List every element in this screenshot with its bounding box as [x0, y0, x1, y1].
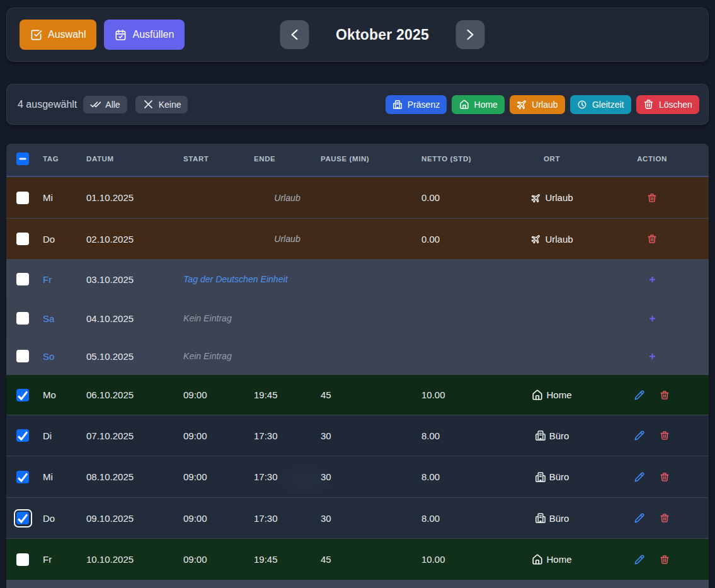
select-all-button[interactable]: Alle [83, 96, 127, 113]
start-cell: 09:00 [173, 430, 244, 441]
col-action: ACTION [595, 155, 709, 163]
start-cell: 09:00 [173, 471, 244, 482]
date-cell: 06.10.2025 [76, 389, 173, 400]
selection-bar: 4 ausgewählt Alle Keine PräsenzHomeUrlau… [6, 84, 709, 125]
delete-button[interactable] [660, 390, 670, 400]
edit-button[interactable] [634, 513, 644, 523]
row-checkbox[interactable] [16, 312, 29, 325]
clock-icon [577, 100, 587, 110]
trash-icon [660, 390, 670, 400]
gleitzeit-button[interactable]: Gleitzeit [570, 95, 631, 114]
row-checkbox[interactable] [16, 553, 29, 566]
trash-icon [647, 193, 657, 203]
house-icon [532, 554, 543, 565]
next-month-button[interactable] [456, 20, 485, 49]
date-cell: 03.10.2025 [76, 274, 173, 285]
edit-button[interactable] [634, 430, 644, 441]
select-none-label: Keine [159, 100, 181, 110]
date-cell: 02.10.2025 [76, 234, 173, 245]
check-icon [16, 389, 29, 401]
day-cell: Sa [33, 313, 76, 324]
home-button[interactable]: Home [452, 95, 505, 114]
pencil-icon [634, 513, 644, 523]
table-row: Fr10.10.202509:0019:454510.00Home [6, 538, 709, 580]
add-button[interactable] [648, 352, 656, 360]
x-icon [142, 98, 154, 110]
delete-button[interactable] [660, 430, 670, 441]
time-table-card: TAG DATUM START ENDE PAUSE (MIN) NETTO (… [6, 144, 709, 588]
row-checkbox-cell [6, 233, 33, 245]
loeschen-button[interactable]: Löschen [636, 95, 699, 114]
row-checkbox[interactable] [16, 471, 29, 483]
delete-button[interactable] [660, 555, 670, 565]
day-cell: Do [33, 234, 76, 245]
row-checkbox[interactable] [16, 192, 29, 204]
actions-cell [595, 555, 709, 565]
delete-button[interactable] [647, 234, 657, 244]
ort-cell: Büro [508, 512, 595, 524]
pencil-icon [634, 555, 644, 565]
col-ort: ORT [508, 155, 595, 163]
ende-cell: 17:30 [244, 513, 311, 524]
ende-cell: 19:45 [244, 554, 311, 565]
select-all-checkbox[interactable] [16, 153, 29, 165]
chevron-right-icon [462, 26, 479, 43]
delete-button[interactable] [647, 193, 657, 203]
month-title: Oktober 2025 [309, 26, 456, 43]
row-checkbox[interactable] [16, 233, 29, 245]
actions-cell [595, 430, 709, 441]
delete-button[interactable] [660, 513, 670, 523]
holiday-note: Tag der Deutschen Einheit [173, 274, 411, 284]
trash-icon [660, 555, 670, 565]
building-icon [392, 100, 403, 110]
edit-button[interactable] [634, 390, 644, 400]
table-row: Di07.10.202509:0017:30308.00Büro [6, 415, 709, 456]
urlaub-label: Urlaub [532, 100, 558, 110]
delete-button[interactable] [660, 472, 670, 482]
row-checkbox-cell [6, 471, 33, 483]
praesenz-button[interactable]: Präsenz [386, 95, 447, 114]
building-icon [535, 512, 546, 524]
fill-button-label: Ausfüllen [132, 29, 174, 40]
urlaub-button[interactable]: Urlaub [510, 95, 565, 114]
ort-cell: Home [508, 554, 595, 565]
ende-cell: 19:45 [244, 389, 311, 400]
toolbar-card: Auswahl Ausfüllen Oktober 2025 [6, 8, 709, 62]
fill-button[interactable]: Ausfüllen [104, 20, 185, 50]
ort-label: Urlaub [545, 192, 573, 203]
empty-note: Kein Eintrag [173, 313, 411, 323]
airplane-icon [530, 192, 542, 204]
table-row: So05.10.2025Kein Eintrag [6, 337, 709, 374]
add-button[interactable] [648, 275, 656, 284]
pencil-icon [634, 430, 644, 441]
edit-button[interactable] [634, 555, 644, 565]
row-checkbox[interactable] [16, 273, 29, 285]
airplane-icon [516, 98, 528, 110]
empty-note: Kein Eintrag [173, 351, 411, 361]
select-none-button[interactable]: Keine [135, 96, 188, 113]
home-label: Home [474, 100, 498, 110]
ort-cell: Urlaub [508, 233, 595, 245]
row-checkbox[interactable] [16, 512, 29, 524]
pause-cell: 30 [311, 471, 411, 482]
row-checkbox[interactable] [16, 429, 29, 442]
row-checkbox-cell [6, 553, 33, 566]
previous-month-button[interactable] [280, 20, 309, 49]
actions-cell [595, 193, 709, 203]
pause-cell: 30 [311, 513, 411, 524]
add-button[interactable] [648, 314, 656, 323]
ende-cell: 17:30 [244, 430, 311, 441]
pencil-icon [634, 390, 644, 400]
ort-label: Büro [549, 513, 569, 524]
row-checkbox-cell [6, 312, 33, 325]
row-checkbox[interactable] [16, 389, 29, 401]
square-check-icon [30, 29, 42, 41]
date-cell: 04.10.2025 [76, 313, 173, 324]
select-button[interactable]: Auswahl [20, 20, 96, 50]
row-checkbox-cell [6, 350, 33, 362]
row-checkbox[interactable] [16, 350, 29, 362]
date-cell: 10.10.2025 [76, 554, 173, 565]
select-all-label: Alle [105, 100, 120, 110]
table-row: Fr03.10.2025Tag der Deutschen Einheit [6, 259, 709, 299]
edit-button[interactable] [634, 472, 644, 482]
